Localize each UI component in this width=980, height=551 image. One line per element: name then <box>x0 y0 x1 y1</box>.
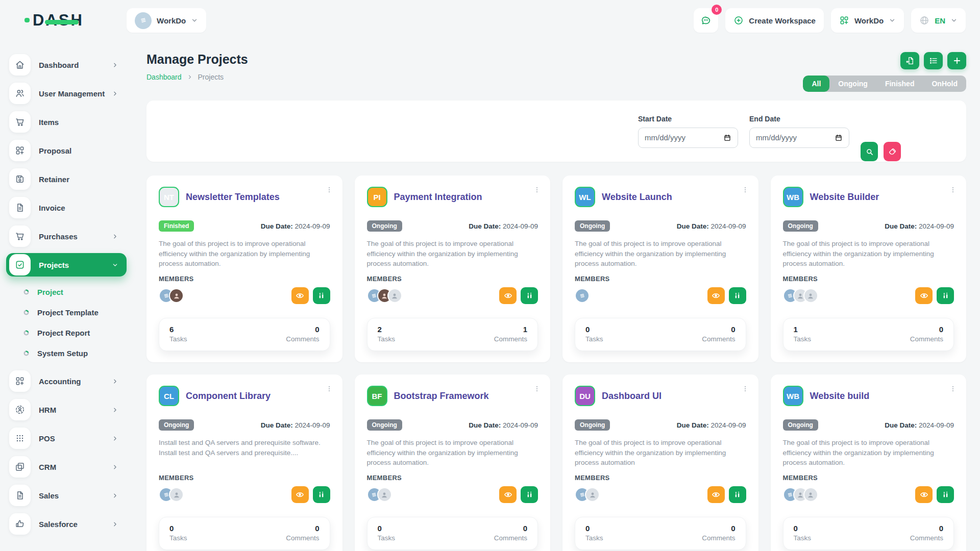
hrm-icon <box>9 399 31 420</box>
top-header: DASH WorkDo 0 Create Workspace WorkDo EN <box>0 0 980 41</box>
member-avatar-person[interactable] <box>803 487 818 502</box>
project-title[interactable]: Dashboard UI <box>602 391 662 402</box>
card-actions <box>499 287 538 304</box>
chevron-down-icon <box>191 17 198 24</box>
list-view-button[interactable] <box>924 52 943 69</box>
end-date-input[interactable]: mm/dd/yyyy <box>749 128 849 148</box>
kebab-icon <box>325 186 333 194</box>
filter-tab-ongoing[interactable]: Ongoing <box>829 76 876 92</box>
chevron-right-icon <box>112 521 118 528</box>
card-header: WBWebsite Builder <box>783 187 954 207</box>
create-workspace-button[interactable]: Create Workspace <box>725 8 824 33</box>
add-project-button[interactable] <box>947 52 966 69</box>
members-row <box>367 486 538 503</box>
card-menu-button[interactable] <box>533 186 541 194</box>
sidebar-item-dashboard[interactable]: Dashboard <box>9 53 127 77</box>
card-menu-button[interactable] <box>949 385 957 393</box>
export-button[interactable] <box>900 52 919 69</box>
card-menu-button[interactable] <box>949 186 957 194</box>
project-title[interactable]: Bootstrap Framework <box>394 391 489 402</box>
project-progress-button[interactable] <box>729 287 746 304</box>
card-menu-button[interactable] <box>741 186 749 194</box>
card-actions <box>707 287 746 304</box>
member-avatar-person[interactable] <box>387 288 402 303</box>
member-avatar-company[interactable] <box>575 288 590 303</box>
search-button[interactable] <box>861 142 878 161</box>
calendar-icon[interactable] <box>835 134 843 142</box>
submenu-item-system-setup[interactable]: System Setup <box>22 343 127 363</box>
sidebar-item-crm[interactable]: CRM <box>9 455 127 479</box>
card-stats: 0Tasks0Comments <box>575 517 746 550</box>
card-menu-button[interactable] <box>325 186 333 194</box>
view-project-button[interactable] <box>915 486 933 503</box>
view-project-button[interactable] <box>707 486 725 503</box>
project-progress-button[interactable] <box>937 287 954 304</box>
sidebar-item-pos[interactable]: POS <box>9 427 127 450</box>
sidebar-item-hrm[interactable]: HRM <box>9 398 127 421</box>
project-avatar: PI <box>367 187 387 207</box>
sidebar-item-purchases[interactable]: Purchases <box>9 224 127 248</box>
member-avatar-person[interactable] <box>169 487 184 502</box>
submenu-item-project-report[interactable]: Project Report <box>22 322 127 343</box>
filter-tab-all[interactable]: All <box>803 76 829 92</box>
submenu-item-project[interactable]: Project <box>22 282 127 302</box>
member-avatar-photo[interactable] <box>169 288 184 303</box>
project-progress-button[interactable] <box>521 287 538 304</box>
project-progress-button[interactable] <box>729 486 746 503</box>
view-project-button[interactable] <box>499 486 517 503</box>
calendar-icon[interactable] <box>723 134 731 142</box>
member-avatar-person[interactable] <box>585 487 600 502</box>
sidebar-item-user-management[interactable]: User Management <box>9 82 127 105</box>
language-selector[interactable]: EN <box>911 8 966 33</box>
view-project-button[interactable] <box>499 287 517 304</box>
sidebar-item-proposal[interactable]: Proposal <box>9 139 127 162</box>
submenu-item-label: Project <box>37 288 63 296</box>
project-title[interactable]: Newsletter Templates <box>186 192 280 203</box>
start-date-input[interactable]: mm/dd/yyyy <box>638 128 738 148</box>
card-menu-button[interactable] <box>325 385 333 393</box>
sidebar-item-accounting[interactable]: Accounting <box>9 369 127 393</box>
due-date-label: Due Date: <box>261 222 293 230</box>
project-title[interactable]: Website Launch <box>602 192 672 203</box>
project-title[interactable]: Website Builder <box>810 192 879 203</box>
member-avatar-person[interactable] <box>803 288 818 303</box>
project-progress-button[interactable] <box>521 486 538 503</box>
messages-button[interactable]: 0 <box>694 8 718 33</box>
chevron-right-icon <box>112 407 118 413</box>
kebab-icon <box>533 385 541 393</box>
view-project-button[interactable] <box>291 287 309 304</box>
project-card: BFBootstrap FrameworkOngoingDue Date: 20… <box>355 374 551 551</box>
filter-tab-onhold[interactable]: OnHold <box>923 76 966 92</box>
card-menu-button[interactable] <box>741 385 749 393</box>
sidebar-item-invoice[interactable]: Invoice <box>9 196 127 219</box>
project-title[interactable]: Payment Integration <box>394 192 482 203</box>
view-project-button[interactable] <box>915 287 933 304</box>
date-filter-panel: Start Date mm/dd/yyyy End Date mm/dd/yyy… <box>146 101 966 162</box>
member-avatar-person[interactable] <box>377 487 392 502</box>
reset-filter-button[interactable] <box>884 142 901 161</box>
project-progress-button[interactable] <box>313 486 330 503</box>
sidebar-item-projects[interactable]: Projects <box>6 253 127 277</box>
person-icon <box>173 491 181 499</box>
workspace-selector[interactable]: WorkDo <box>127 8 206 33</box>
sidebar-item-items[interactable]: Items <box>9 110 127 134</box>
submenu-item-project-template[interactable]: Project Template <box>22 302 127 322</box>
card-menu-button[interactable] <box>533 385 541 393</box>
tasks-stat: 0Tasks <box>169 524 187 542</box>
project-progress-button[interactable] <box>937 486 954 503</box>
project-title[interactable]: Website build <box>810 391 870 402</box>
comments-stat: 0Comments <box>286 325 319 343</box>
workdo-menu[interactable]: WorkDo <box>831 8 904 33</box>
sidebar-item-retainer[interactable]: Retainer <box>9 167 127 191</box>
sidebar-item-salesforce[interactable]: Salesforce <box>9 512 127 536</box>
status-badge: Ongoing <box>159 419 194 431</box>
eye-icon <box>504 291 512 300</box>
person-icon <box>589 491 597 499</box>
view-project-button[interactable] <box>707 287 725 304</box>
sidebar-item-sales[interactable]: Sales <box>9 484 127 507</box>
filter-tab-finished[interactable]: Finished <box>876 76 923 92</box>
view-project-button[interactable] <box>291 486 309 503</box>
project-progress-button[interactable] <box>313 287 330 304</box>
breadcrumb-dashboard-link[interactable]: Dashboard <box>146 73 182 81</box>
project-title[interactable]: Component Library <box>186 391 271 402</box>
